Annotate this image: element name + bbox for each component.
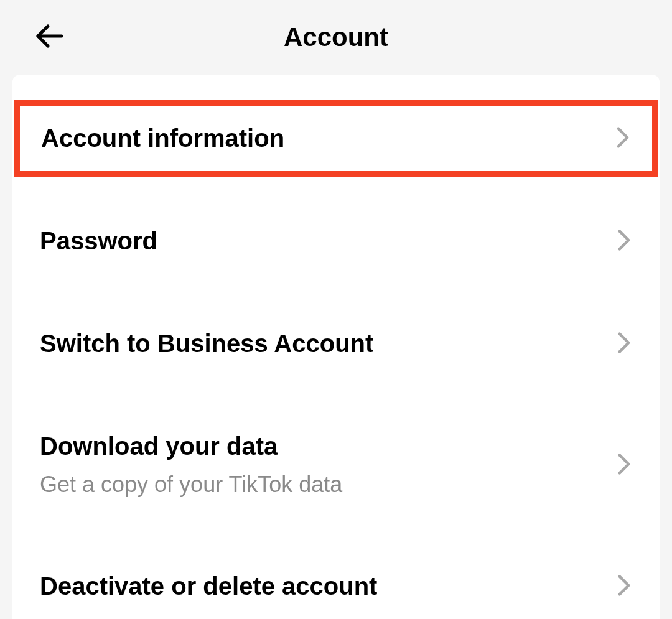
header: Account — [0, 0, 672, 75]
arrow-left-icon — [34, 21, 64, 51]
account-information-item[interactable]: Account information — [14, 100, 658, 177]
spacer — [12, 177, 660, 202]
item-content: Account information — [32, 124, 284, 152]
deactivate-delete-item[interactable]: Deactivate or delete account — [12, 547, 660, 619]
download-data-item[interactable]: Download your data Get a copy of your Ti… — [12, 407, 660, 523]
spacer — [12, 383, 660, 407]
chevron-right-icon — [617, 332, 632, 356]
chevron-right-icon — [615, 126, 630, 151]
settings-card: Account information Password Switch to B… — [12, 75, 660, 619]
spacer — [12, 523, 660, 547]
item-content: Download your data Get a copy of your Ti… — [31, 432, 342, 498]
item-content: Switch to Business Account — [31, 330, 373, 358]
item-label: Account information — [32, 124, 284, 152]
switch-business-account-item[interactable]: Switch to Business Account — [12, 305, 660, 383]
chevron-right-icon — [617, 453, 632, 478]
item-label: Switch to Business Account — [31, 330, 373, 358]
back-button[interactable] — [31, 18, 67, 57]
item-content: Password — [31, 227, 157, 255]
spacer — [12, 280, 660, 305]
password-item[interactable]: Password — [12, 202, 660, 280]
item-label: Password — [31, 227, 157, 255]
page-title: Account — [31, 22, 641, 52]
item-content: Deactivate or delete account — [31, 572, 377, 600]
item-subtitle: Get a copy of your TikTok data — [31, 472, 342, 498]
chevron-right-icon — [617, 574, 632, 599]
chevron-right-icon — [617, 229, 632, 254]
item-label: Download your data — [31, 432, 342, 460]
item-label: Deactivate or delete account — [31, 572, 377, 600]
